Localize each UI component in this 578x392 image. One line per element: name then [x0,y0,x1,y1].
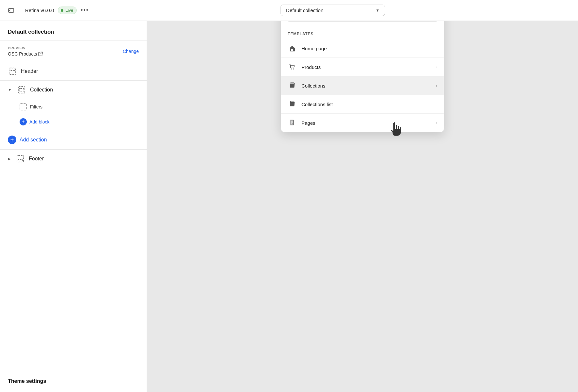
topbar-title: Retina v6.0.0 [25,8,54,13]
collections-chevron-icon: › [436,83,437,88]
pages-label: Pages [301,120,431,126]
svg-point-10 [293,69,294,70]
sidebar: Default collection PREVIEW OSC Products … [0,21,147,392]
sidebar-item-header[interactable]: Header [0,62,147,81]
filters-item[interactable]: Filters [20,99,147,114]
external-link-icon[interactable] [38,52,43,56]
live-badge: Live [58,7,77,14]
svg-rect-6 [18,159,23,161]
live-label: Live [65,8,73,13]
live-dot [61,9,63,12]
svg-point-9 [291,69,292,70]
footer-label: Footer [29,156,44,162]
add-block-icon: + [20,118,27,125]
menu-item-products[interactable]: Products › [281,57,444,76]
header-icon [8,67,17,76]
sidebar-header-label: Header [21,68,38,74]
home-icon [288,44,297,53]
preview-info: PREVIEW OSC Products [8,46,43,57]
preview-link-row: OSC Products [8,51,43,57]
products-icon [288,62,297,72]
dropdown-arrow-icon: ▼ [376,8,379,13]
preview-page: OSC Products [8,51,37,57]
svg-rect-4 [19,89,24,91]
products-label: Products [301,64,431,70]
topbar: Retina v6.0.0 Live ••• Default collectio… [0,0,578,21]
sidebar-title: Default collection [0,21,147,41]
menu-item-pages[interactable]: Pages › [281,113,444,132]
sidebar-item-footer[interactable]: ▶ Footer [0,150,147,168]
filters-icon [20,103,27,110]
sidebar-spacer [0,168,147,370]
collections-list-label: Collections list [301,102,437,107]
search-container: Search online store [281,21,444,27]
theme-settings[interactable]: Theme settings [0,370,147,392]
preview-label: PREVIEW [8,46,43,50]
dropdown-trigger[interactable]: Default collection ▼ [281,5,385,16]
main-layout: Default collection PREVIEW OSC Products … [0,21,578,392]
collections-list-icon [288,100,297,109]
footer-toggle-icon: ▶ [8,157,10,161]
collection-header[interactable]: ▼ Collection [0,81,147,99]
home-label: Home page [301,46,437,51]
dropdown-container: Default collection ▼ [93,5,573,16]
dropdown-menu: Search online store TEMPLATES Home page [281,21,444,132]
pages-icon [288,118,297,127]
add-block-label[interactable]: Add block [29,119,49,124]
menu-item-home[interactable]: Home page [281,39,444,57]
collections-label: Collections [301,83,431,89]
footer-icon [16,154,25,163]
preview-row: PREVIEW OSC Products Change [0,41,147,62]
menu-item-collections[interactable]: Collections › [281,76,444,95]
collection-children: Filters + Add block [0,99,147,130]
add-section-label: Add section [20,137,47,143]
collection-section: ▼ Collection Filters + Add block [0,81,147,130]
pages-chevron-icon: › [436,121,437,125]
add-block-row: + Add block [20,114,147,130]
filters-label: Filters [30,104,42,109]
preview-area: Search online store TEMPLATES Home page [147,21,578,392]
more-button[interactable]: ••• [81,7,89,14]
back-button[interactable] [5,5,17,16]
menu-item-collections-list[interactable]: Collections list [281,95,444,113]
search-inner: Search online store [286,21,439,22]
add-section-icon: + [8,136,16,144]
collection-icon [17,85,26,94]
templates-label: TEMPLATES [281,27,444,39]
theme-settings-label: Theme settings [8,378,46,384]
svg-rect-8 [291,49,293,51]
products-chevron-icon: › [436,65,437,70]
collection-toggle-icon: ▼ [8,88,12,92]
collections-icon [288,81,297,90]
dropdown-label: Default collection [286,8,323,13]
add-section-row[interactable]: + Add section [0,130,147,150]
change-link[interactable]: Change [123,49,139,54]
collection-label: Collection [30,87,53,93]
svg-rect-2 [10,69,15,71]
topbar-divider [21,5,21,16]
